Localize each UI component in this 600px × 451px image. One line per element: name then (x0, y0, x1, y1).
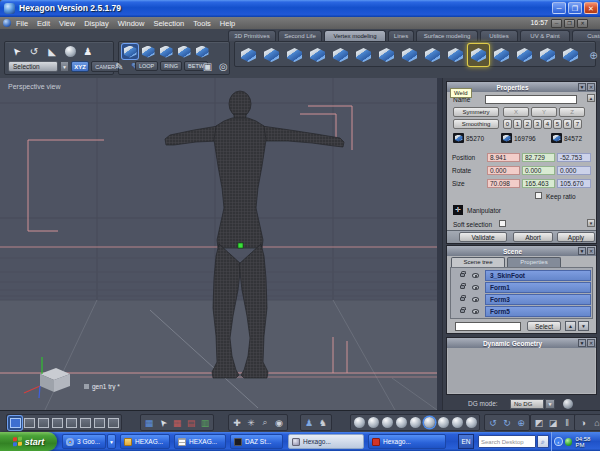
edge-pen-icon[interactable]: ✎ (112, 59, 128, 74)
lock-icon[interactable] (460, 309, 465, 313)
task-chrome-group[interactable]: 3 Goo... (62, 434, 106, 449)
viewport-canvas[interactable] (0, 78, 437, 410)
mdi-app-icon[interactable] (3, 19, 11, 27)
tab-custom[interactable]: Custo (572, 30, 600, 41)
shading-wireframe-icon[interactable] (352, 416, 366, 430)
task-hexagon-pdf[interactable]: Hexago... (368, 434, 446, 449)
panel-collapse-icon[interactable]: ▼ (578, 247, 586, 255)
language-indicator[interactable]: EN (458, 434, 474, 449)
dynamic-geometry-header[interactable]: Dynamic Geometry ▼ ✕ (447, 338, 596, 348)
hide-icons-chevron-icon[interactable]: ‹ (554, 437, 563, 446)
smoothing-icon[interactable] (261, 44, 282, 66)
select-arrow-icon[interactable]: ➤ (5, 41, 27, 63)
copy-face-icon[interactable] (330, 44, 351, 66)
visibility-icon[interactable] (472, 309, 479, 314)
shading-smooth-icon[interactable] (408, 416, 422, 430)
scroll-down-icon[interactable]: ▼ (587, 219, 595, 227)
apply-button[interactable]: Apply (557, 232, 595, 242)
layout-three-top-icon[interactable] (92, 416, 106, 430)
manipulator-icon[interactable]: ✛ (453, 205, 463, 215)
lock-icon[interactable] (460, 297, 465, 301)
visibility-toggle-icon[interactable]: ◉ (272, 416, 286, 430)
minimize-button[interactable]: ─ (552, 2, 566, 14)
smoothing-7-button[interactable]: 7 (573, 119, 582, 129)
scene-item-row[interactable]: Form3 (451, 293, 592, 305)
xyz-toggle-button[interactable]: XYZ (71, 61, 89, 72)
stretch-icon[interactable] (376, 44, 397, 66)
smoothing-2-button[interactable]: 2 (523, 119, 532, 129)
layout-three-bottom-icon[interactable] (106, 416, 120, 430)
smoothing-5-button[interactable]: 5 (553, 119, 562, 129)
layout-three-left-icon[interactable] (64, 416, 78, 430)
expand-tree-icon[interactable]: ▲ (565, 321, 576, 331)
perspective-viewport[interactable]: Perspective view gen1 try * (0, 78, 437, 410)
abort-button[interactable]: Abort (513, 232, 553, 242)
home-view-icon[interactable]: ⌂ (590, 416, 600, 430)
decimate-icon[interactable] (307, 44, 328, 66)
show-columns-icon[interactable]: ▥ (198, 416, 212, 430)
menu-file[interactable]: File (16, 19, 28, 28)
tab-lines[interactable]: Lines (388, 30, 414, 41)
soft-selection-checkbox[interactable] (499, 220, 506, 227)
selection-dropdown-arrow-icon[interactable]: ▼ (60, 61, 69, 72)
desktop-search-input[interactable] (478, 435, 536, 448)
shading-material-icon[interactable] (464, 416, 478, 430)
bridge-icon[interactable] (399, 44, 420, 66)
soft-selection-icon[interactable] (62, 44, 78, 59)
object-mode-icon[interactable] (194, 44, 210, 59)
layout-two-vertical-icon[interactable] (50, 416, 64, 430)
smoothing-6-button[interactable]: 6 (563, 119, 572, 129)
add-point-icon[interactable]: ⊕ (583, 44, 600, 66)
menu-window[interactable]: Window (118, 19, 145, 28)
extrude-surface-icon[interactable] (422, 44, 443, 66)
shading-textured-lines-icon[interactable] (450, 416, 464, 430)
menu-selection[interactable]: Selection (153, 19, 184, 28)
size-x-field[interactable]: 70.098 (487, 179, 520, 188)
menu-help[interactable]: Help (220, 19, 235, 28)
rotate-z-field[interactable]: 0.000 (557, 166, 591, 175)
lock-icon[interactable] (460, 285, 465, 289)
task-group-arrow-icon[interactable]: ▼ (107, 434, 116, 449)
dg-preview-sphere-icon[interactable] (563, 399, 573, 409)
walkthrough-icon[interactable]: ♟ (302, 416, 316, 430)
close-button[interactable]: ✕ (584, 2, 598, 14)
menu-display[interactable]: Display (84, 19, 109, 28)
tab-3d-primitives[interactable]: 3D Primitives (228, 30, 276, 41)
scene-item-row[interactable]: Form1 (451, 281, 592, 293)
panel-close-icon[interactable]: ✕ (587, 83, 595, 91)
menu-edit[interactable]: Edit (37, 19, 50, 28)
smoothing-0-button[interactable]: 0 (503, 119, 512, 129)
tab-uv-paint[interactable]: UV & Paint (520, 30, 570, 41)
layout-three-right-icon[interactable] (78, 416, 92, 430)
extrude-edge-icon[interactable] (537, 44, 558, 66)
zoom-tool-icon[interactable]: ⌕ (258, 416, 272, 430)
shading-textured-icon[interactable] (436, 416, 450, 430)
tab-surface-modeling[interactable]: Surface modeling (416, 30, 478, 41)
scene-filter-input[interactable] (455, 322, 521, 331)
start-button[interactable]: start (0, 432, 57, 451)
target-weld-icon[interactable] (491, 44, 512, 66)
camera-pause-icon[interactable]: ‖ (560, 416, 574, 430)
tab-vertex-modeling[interactable]: Vertex modeling (324, 30, 386, 41)
tab-scene-tree[interactable]: Scene tree (451, 257, 505, 267)
tray-app-icon[interactable] (565, 438, 573, 446)
scroll-up-icon[interactable]: ▲ (587, 94, 595, 102)
rotate-y-field[interactable]: 0.000 (522, 166, 555, 175)
selection-mode-dropdown[interactable]: Selection (8, 61, 58, 72)
task-daz-studio[interactable]: DAZ St... (230, 434, 283, 449)
panel-close-icon[interactable]: ✕ (587, 247, 595, 255)
render-icon[interactable]: ◑ (576, 416, 590, 430)
weld-icon[interactable] (468, 44, 489, 66)
name-input[interactable] (485, 95, 577, 104)
menu-view[interactable]: View (59, 19, 75, 28)
collapse-tree-icon[interactable]: ▼ (578, 321, 589, 331)
tab-second-life[interactable]: Second Life (278, 30, 322, 41)
scene-panel-header[interactable]: Scene ▼ ✕ (447, 246, 596, 256)
tessellate-icon[interactable] (238, 44, 259, 66)
camera-front-icon[interactable]: ◩ (532, 416, 546, 430)
shading-smooth-lines-icon[interactable] (422, 416, 436, 430)
menu-tools[interactable]: Tools (193, 19, 211, 28)
task-hexagon-document[interactable]: HEXAG... (174, 434, 226, 449)
tweak-icon[interactable] (353, 44, 374, 66)
zoom-selection-icon[interactable]: ✚ (230, 416, 244, 430)
